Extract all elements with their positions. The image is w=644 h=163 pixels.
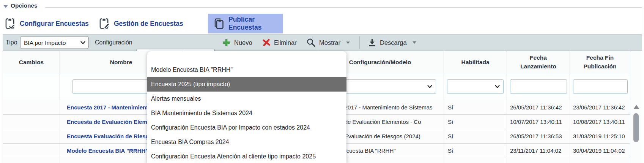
section-title: Opciones <box>11 2 38 9</box>
chevron-down-icon <box>346 41 350 44</box>
chevron-down-icon <box>495 85 500 89</box>
dropdown-option[interactable]: Configuración Encuesta Atención al clien… <box>147 149 346 163</box>
filter-cell-fecha-lanzamiento <box>507 73 570 100</box>
download-icon <box>368 38 376 47</box>
fecha-lanzamiento-filter-input[interactable] <box>510 79 567 94</box>
cell-fecha_lanzamiento: 23/11/2017 11:04:02 <box>507 144 570 158</box>
plus-icon <box>222 38 231 47</box>
tab-configurar-encuestas[interactable]: Configurar Encuestas <box>5 14 89 33</box>
cell-cambios <box>3 144 60 158</box>
cell-habilitada: Sí <box>444 115 507 129</box>
tab-label: Gestión de Encuestas <box>114 20 183 28</box>
cell-habilitada: Sí <box>444 144 507 158</box>
dropdown-option[interactable] <box>147 51 346 63</box>
cell-fecha_lanzamiento: 10/07/2017 13:40:11 <box>507 115 570 129</box>
filter-cell-habilitada <box>444 73 507 100</box>
cell-fecha_fin: 23/06/2017 11:36:42 <box>570 100 630 114</box>
column-header-habilitada[interactable]: Habilitada <box>444 51 507 73</box>
cell-empty <box>570 158 630 163</box>
publish-surveys-screen: Opciones Configurar Encuestas Gestión de… <box>0 0 644 163</box>
filter-cell-cambios <box>3 73 60 100</box>
collapse-section-icon[interactable] <box>3 5 8 8</box>
fecha-fin-filter-input[interactable] <box>573 79 628 94</box>
filter-cell-fecha-fin <box>570 73 630 100</box>
cell-empty <box>444 158 507 163</box>
cell-cambios <box>3 129 60 143</box>
tipo-select[interactable]: BIA por Impacto <box>20 36 89 49</box>
chevron-down-icon <box>80 41 85 44</box>
cell-fecha_lanzamiento: 26/05/2017 11:36:42 <box>507 100 570 114</box>
toolbar: Tipo BIA por Impacto Configuración Nuevo… <box>3 34 642 51</box>
section-divider <box>45 7 642 8</box>
mostrar-button[interactable]: Mostrar <box>306 38 350 47</box>
cell-fecha_fin: 30/04/2019 11:04:02 <box>570 144 630 158</box>
configuracion-label: Configuración <box>95 39 132 46</box>
eliminar-button[interactable]: Eliminar <box>262 38 297 47</box>
cell-cambios <box>3 100 60 114</box>
cell-habilitada: Sí <box>444 129 507 143</box>
tipo-label: Tipo <box>6 39 17 46</box>
cell-fecha_fin: 10/08/2017 13:40:11 <box>570 115 630 129</box>
configuracion-dropdown: Modelo Encuesta BIA "RRHH"Encuesta 2025 … <box>147 51 346 163</box>
chevron-down-icon <box>413 41 416 44</box>
cell-fecha_fin: 31/03/2019 11:25:10 <box>570 129 630 143</box>
cell-empty <box>3 158 60 163</box>
survey-name-link[interactable]: Modelo Encuesta BIA "RRHH" <box>67 147 148 154</box>
survey-edit-icon <box>99 17 110 30</box>
cell-empty <box>507 158 570 163</box>
descarga-button[interactable]: Descarga <box>368 38 416 47</box>
cell-cambios <box>3 115 60 129</box>
cell-fecha_lanzamiento: 26/05/2017 11:36:53 <box>507 129 570 143</box>
column-header-cambios[interactable]: Cambios <box>3 51 60 73</box>
x-icon <box>262 38 271 47</box>
dropdown-option[interactable]: Modelo Encuesta BIA "RRHH" <box>147 63 346 77</box>
dropdown-option[interactable]: Encuesta BIA Compras 2024 <box>147 135 346 149</box>
search-icon <box>306 38 316 47</box>
habilitada-filter-select[interactable] <box>447 79 504 94</box>
dropdown-option[interactable]: BIA Mantenimiento de Sistemas 2024 <box>147 106 346 120</box>
cell-habilitada: Sí <box>444 100 507 114</box>
dropdown-option[interactable]: Encuesta 2025 (tipo impacto) <box>147 77 346 92</box>
vertical-scrollbar <box>630 51 642 163</box>
nuevo-button[interactable]: Nuevo <box>222 38 252 47</box>
scrollbar-up-icon[interactable] <box>634 105 639 109</box>
column-header-fecha-fin-publicacion[interactable]: Fecha Fin Publicación <box>570 51 630 73</box>
scrollbar-thumb[interactable] <box>633 113 639 142</box>
tab-label: Configurar Encuestas <box>20 20 89 28</box>
tab-gestion-de-encuestas[interactable]: Gestión de Encuestas <box>99 14 183 33</box>
chevron-down-icon <box>427 85 432 89</box>
column-header-fecha-lanzamiento[interactable]: Fecha Lanzamiento <box>507 51 570 73</box>
clipboard-icon <box>213 17 224 30</box>
dropdown-option[interactable]: Configuración Encuesta BIA por Impacto c… <box>147 120 346 135</box>
survey-check-icon <box>5 17 16 30</box>
tab-publicar-encuestas[interactable]: Publicar Encuestas <box>208 14 283 33</box>
toolbar-separator <box>359 36 360 49</box>
dropdown-option[interactable]: Alertas mensuales <box>147 92 346 106</box>
tab-label: Publicar Encuestas <box>228 16 283 32</box>
